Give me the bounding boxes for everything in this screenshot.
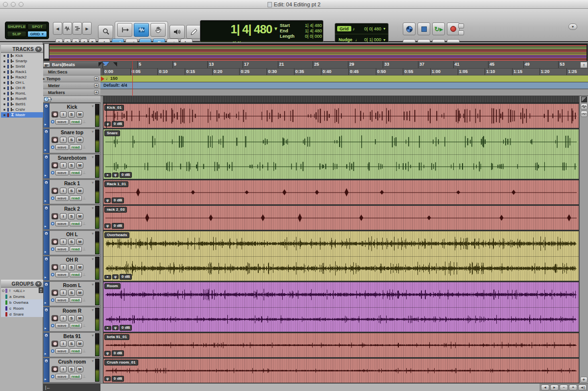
scroll-to-start-icon[interactable]: |←: [43, 384, 100, 391]
track-name[interactable]: OH R▾: [49, 256, 95, 264]
voice-selector-icon[interactable]: ⊥: [83, 247, 86, 251]
zoom-out-arrow-button[interactable]: ◄: [53, 22, 62, 35]
vertical-scrollbar[interactable]: +: [579, 96, 588, 384]
track-expand-icon[interactable]: ▸: [45, 275, 47, 279]
automation-mode-selector[interactable]: read: [70, 272, 82, 277]
playlist-icon[interactable]: [51, 146, 54, 149]
playlist-icon[interactable]: [51, 298, 54, 302]
track-select-strip[interactable]: ▾▸: [44, 307, 49, 331]
track-collapse-icon[interactable]: ▾: [44, 282, 49, 287]
track-view-selector[interactable]: wave: [55, 374, 69, 379]
track-input-button[interactable]: I: [60, 264, 67, 270]
clip-gain-fader-icon[interactable]: φ: [112, 172, 119, 177]
track-view-selector[interactable]: wave: [55, 119, 69, 124]
track-record-enable-button[interactable]: [51, 290, 58, 296]
track-list-item-rack1[interactable]: ▸Rack1: [1, 69, 43, 74]
grid-value[interactable]: 0| 0| 480: [364, 26, 381, 31]
track-select-strip[interactable]: ▾▸: [44, 358, 49, 382]
track-mute-button[interactable]: M: [76, 188, 83, 194]
track-select-strip[interactable]: ▾▸: [44, 103, 49, 127]
universe-view[interactable]: [43, 43, 588, 61]
selector-tool-button[interactable]: [134, 23, 149, 37]
window-config-2-button[interactable]: [458, 30, 464, 35]
track-show-dot-icon[interactable]: [3, 55, 5, 57]
track-collapse-icon[interactable]: ▾: [44, 180, 49, 185]
track-expand-icon[interactable]: ▸: [45, 377, 47, 381]
track-header-room-r[interactable]: ▾▸Room R▾ISMwaveread⊥: [43, 307, 100, 332]
ruler-track-meter[interactable]: Default: 4/4: [100, 82, 588, 89]
playlist-icon[interactable]: [51, 196, 54, 200]
track-mute-button[interactable]: M: [76, 264, 83, 270]
playlist-icon[interactable]: [51, 120, 54, 123]
track-name[interactable]: OH L▾: [49, 231, 95, 238]
post-roll-flag-icon[interactable]: [113, 62, 117, 67]
zoomer-tool-button[interactable]: [98, 25, 113, 39]
track-record-enable-button[interactable]: [51, 162, 58, 169]
audio-clip-kick-01[interactable]: Kick_01φ0 dB: [103, 103, 579, 128]
track-header-room-l[interactable]: ▾▸Room L▾ISMwaveread⊥: [43, 281, 100, 306]
horizontal-scrollbar[interactable]: |← ◄ ► − + ◄|: [43, 383, 588, 391]
track-name[interactable]: Kick▾: [49, 103, 95, 111]
track-options-dropdown-icon[interactable]: ▾: [92, 359, 94, 363]
track-solo-button[interactable]: S: [68, 366, 75, 372]
track-header-kick[interactable]: ▾▸Kick▾ISMwaveread⊥: [43, 103, 100, 128]
automation-mode-selector[interactable]: read: [70, 221, 82, 226]
track-solo-button[interactable]: S: [68, 315, 75, 321]
track-show-dot-icon[interactable]: [3, 71, 5, 73]
audio-clip-crush-room-01[interactable]: Crush room_01φ0 dB: [103, 358, 579, 383]
track-input-button[interactable]: I: [60, 188, 67, 194]
track-header-crush-room[interactable]: ▾▸Crush room▾ISMwaveread⊥: [43, 358, 100, 383]
track-expand-icon[interactable]: ▸: [45, 224, 47, 228]
zoom-in-h-button[interactable]: +: [569, 385, 577, 391]
smart-tool-group[interactable]: [115, 21, 168, 39]
ruler-label-bars[interactable]: ▤▾Bars|Beats: [43, 61, 100, 69]
track-select-strip[interactable]: ▾▸: [44, 256, 49, 280]
edit-mode-slip-button[interactable]: SLIP: [7, 31, 26, 37]
automation-mode-selector[interactable]: read: [70, 348, 82, 354]
track-view-selector[interactable]: wave: [55, 170, 69, 175]
stop-button[interactable]: [417, 23, 430, 35]
track-name[interactable]: Crush room▾: [49, 358, 95, 366]
track-input-button[interactable]: I: [60, 290, 67, 296]
audio-zoom-button[interactable]: [63, 22, 72, 35]
track-show-dot-icon[interactable]: [3, 82, 5, 84]
audio-clip-rack-2-03[interactable]: rack 2_03φ0 dB: [103, 205, 579, 230]
group-item-snare[interactable]: dSnare: [1, 311, 43, 317]
track-list-item-crshr[interactable]: ▸Crshr: [1, 107, 43, 112]
track-expand-icon[interactable]: ▸: [45, 352, 47, 356]
clip-group-icon[interactable]: ►: [104, 275, 111, 279]
clip-name-badge[interactable]: Kick_01: [104, 105, 124, 111]
group-item-room[interactable]: cRoom: [1, 305, 43, 311]
edit-mode-spot-button[interactable]: SPOT: [27, 24, 47, 30]
clip-name-badge[interactable]: Overheads: [104, 232, 129, 238]
track-view-selector[interactable]: wave: [55, 348, 69, 354]
track-solo-button[interactable]: S: [68, 264, 75, 270]
track-name[interactable]: Snare top▾: [49, 129, 95, 136]
track-collapse-icon[interactable]: ▾: [44, 129, 49, 134]
track-show-dot-icon[interactable]: [3, 93, 5, 95]
track-header-snarebotom[interactable]: ▾▸Snarebotom▾ISMwaveread⊥: [43, 154, 100, 179]
track-input-button[interactable]: I: [60, 315, 67, 321]
clip-gain-value[interactable]: 0 dB: [112, 121, 124, 127]
track-input-button[interactable]: I: [60, 341, 67, 347]
clip-gain-value[interactable]: 0 dB: [120, 325, 132, 331]
track-solo-button[interactable]: S: [68, 162, 75, 169]
clip-gain-value[interactable]: 0 dB: [120, 172, 132, 178]
toolbar-menu-button[interactable]: ▼: [568, 24, 577, 30]
ruler-collapse-icon[interactable]: ↥: [580, 62, 588, 68]
automation-mode-selector[interactable]: read: [70, 246, 82, 252]
track-record-enable-button[interactable]: [51, 213, 58, 220]
online-button[interactable]: [403, 23, 416, 35]
automation-mode-selector[interactable]: read: [70, 119, 82, 124]
track-record-enable-button[interactable]: [51, 188, 58, 194]
edit-insertion-marker-icon[interactable]: [102, 62, 109, 70]
track-header-beta-91[interactable]: ▾▸Beta 91▾ISMwaveread⊥: [43, 332, 100, 357]
groups-menu-button[interactable]: ▼: [35, 281, 42, 287]
ruler-label-min[interactable]: Min:Secs: [43, 69, 100, 75]
midi-zoom-button[interactable]: [73, 22, 82, 35]
track-collapse-icon[interactable]: ▾: [44, 333, 49, 338]
trim-tool-button[interactable]: [117, 23, 132, 37]
group-item-all[interactable]: !<ALL>: [1, 288, 43, 293]
playlist-icon[interactable]: [51, 171, 54, 174]
track-view-selector[interactable]: wave: [55, 196, 69, 201]
